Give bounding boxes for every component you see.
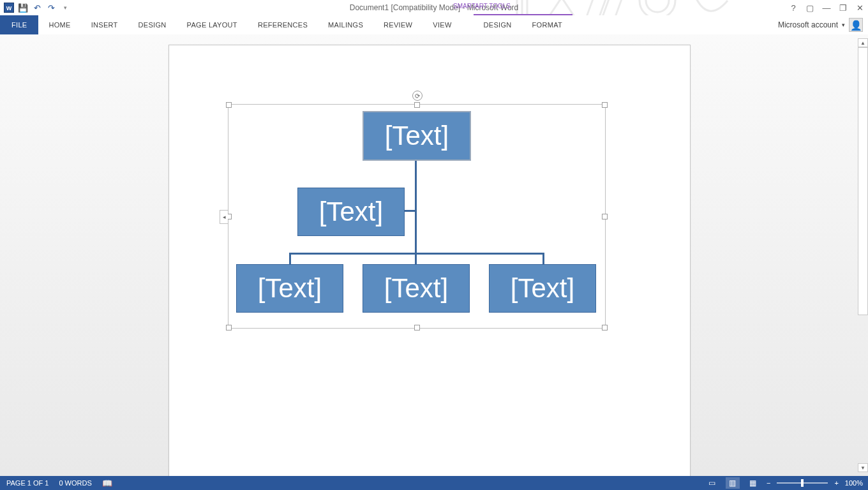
resize-handle[interactable] [414, 102, 420, 108]
window-controls: ? ▢ — ❐ ✕ [788, 0, 865, 15]
word-app-icon[interactable]: W [4, 3, 14, 13]
zoom-slider-thumb[interactable] [801, 479, 804, 487]
org-node-child-1[interactable]: [Text] [236, 264, 343, 313]
tab-file[interactable]: FILE [0, 15, 38, 34]
help-icon[interactable]: ? [788, 3, 799, 13]
view-print-layout-icon[interactable]: ▥ [726, 477, 740, 489]
zoom-slider[interactable] [777, 482, 828, 484]
tab-smartart-format[interactable]: FORMAT [522, 15, 572, 34]
ribbon-display-options-icon[interactable]: ▢ [804, 3, 816, 13]
rotate-handle-icon[interactable]: ⟳ [412, 91, 423, 101]
smartart-frame[interactable]: [Text] [Text] [Text] [Text] [Text] ⟳ ◂ [228, 104, 606, 329]
tab-home[interactable]: HOME [38, 15, 80, 34]
account-label: Microsoft account [778, 20, 838, 29]
tab-insert[interactable]: INSERT [81, 15, 128, 34]
qat-customize-icon[interactable]: ▾ [60, 3, 70, 13]
resize-handle[interactable] [602, 102, 608, 108]
connector [289, 253, 544, 255]
status-page[interactable]: PAGE 1 OF 1 [6, 479, 49, 487]
undo-icon[interactable]: ↶ [32, 3, 42, 13]
org-node-top[interactable]: [Text] [363, 111, 471, 161]
scroll-thumb[interactable] [858, 47, 868, 315]
connector [404, 210, 416, 212]
tab-smartart-design[interactable]: DESIGN [474, 15, 522, 34]
tab-view[interactable]: VIEW [423, 15, 461, 34]
resize-handle[interactable] [602, 325, 608, 330]
tab-page-layout[interactable]: PAGE LAYOUT [177, 15, 248, 34]
text-pane-toggle-icon[interactable]: ◂ [220, 210, 228, 224]
org-node-child-3[interactable]: [Text] [489, 264, 596, 313]
avatar-icon[interactable]: 👤 [849, 18, 863, 32]
account-area[interactable]: Microsoft account ▾ 👤 [778, 15, 863, 34]
resize-handle[interactable] [602, 214, 608, 219]
org-node-assistant[interactable]: [Text] [297, 188, 405, 236]
zoom-in-button[interactable]: + [834, 479, 838, 487]
contextual-tabs: DESIGN FORMAT [474, 14, 572, 34]
connector [415, 160, 417, 254]
tab-review[interactable]: REVIEW [373, 15, 423, 34]
view-read-mode-icon[interactable]: ▭ [705, 477, 719, 489]
connector [415, 253, 417, 265]
tab-design[interactable]: DESIGN [128, 15, 177, 34]
connector [542, 253, 544, 265]
ribbon-tabs: FILE HOME INSERT DESIGN PAGE LAYOUT REFE… [0, 15, 868, 35]
save-icon[interactable]: 💾 [18, 3, 28, 13]
tab-references[interactable]: REFERENCES [248, 15, 318, 34]
document-surface: [Text] [Text] [Text] [Text] [Text] ⟳ ◂ ▲… [0, 34, 868, 476]
resize-handle[interactable] [226, 102, 232, 108]
zoom-level[interactable]: 100% [845, 479, 863, 487]
vertical-scrollbar[interactable]: ▲ ▼ [858, 38, 868, 472]
svg-rect-6 [602, 0, 622, 17]
status-bar: PAGE 1 OF 1 0 WORDS 📖 ▭ ▥ ▦ − + 100% [0, 476, 868, 490]
close-icon[interactable]: ✕ [854, 3, 865, 13]
page[interactable]: [Text] [Text] [Text] [Text] [Text] ⟳ ◂ [168, 45, 691, 476]
scroll-up-icon[interactable]: ▲ [858, 38, 868, 47]
redo-icon[interactable]: ↷ [46, 3, 56, 13]
quick-access-toolbar: W 💾 ↶ ↷ ▾ [0, 3, 70, 13]
title-bar: W 💾 ↶ ↷ ▾ Document1 [Compatibility Mode]… [0, 0, 868, 15]
tab-mailings[interactable]: MAILINGS [318, 15, 373, 34]
resize-handle[interactable] [226, 325, 232, 330]
org-node-child-2[interactable]: [Text] [363, 264, 470, 313]
resize-handle[interactable] [414, 325, 420, 330]
svg-point-4 [646, 0, 669, 12]
minimize-icon[interactable]: — [821, 3, 832, 13]
view-web-layout-icon[interactable]: ▦ [746, 477, 760, 489]
scroll-down-icon[interactable]: ▼ [858, 463, 868, 472]
restore-icon[interactable]: ❐ [837, 3, 849, 13]
status-words[interactable]: 0 WORDS [59, 479, 91, 487]
account-dropdown-icon[interactable]: ▾ [842, 22, 845, 28]
zoom-out-button[interactable]: − [767, 479, 770, 487]
connector [289, 253, 291, 265]
spellcheck-icon[interactable]: 📖 [102, 479, 112, 488]
